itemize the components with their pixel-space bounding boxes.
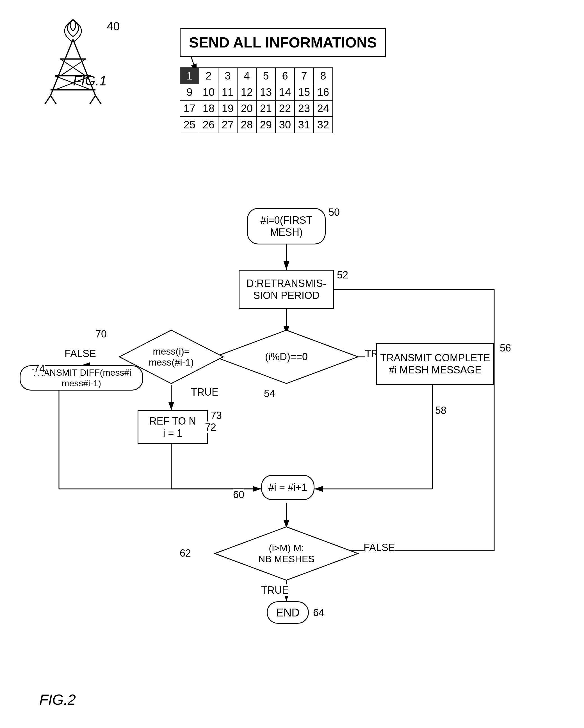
grid-cell: 29 [256,116,275,133]
label-52: 52 [337,269,348,281]
label-56: 56 [500,342,511,354]
grid-cell: 15 [295,84,314,100]
grid-cell: 7 [295,68,314,84]
label-72: 72 [205,421,216,433]
node-56: TRANSMIT COMPLETE #i MESH MESSAGE [376,343,494,385]
label-54: 54 [264,388,275,399]
grid-cell: 24 [314,100,333,116]
grid-cell: 28 [237,116,256,133]
true-label-70: TRUE [191,386,218,398]
grid-cell: 6 [275,68,295,84]
grid-cell: 20 [237,100,256,116]
label-58: 58 [435,405,446,416]
fig1-area: 40 SEND ALL INFORMATIONS 123456789101112… [17,11,550,180]
label-70: 70 [95,328,107,340]
grid-cell: 23 [295,100,314,116]
grid-cell: 17 [180,100,199,116]
grid-cell: 21 [256,100,275,116]
grid-cell: 25 [180,116,199,133]
grid-cell: 1 [180,68,199,84]
diamond-62: (i>M) M: NB MESHES [213,525,359,581]
grid-cell: 30 [275,116,295,133]
grid-cell: 12 [237,84,256,100]
label-73: 73 [211,410,222,421]
node-50: #i=0(FIRST MESH) [247,208,326,244]
grid-cell: 13 [256,84,275,100]
tower-number-label: 40 [107,20,120,33]
label-74: 74 [34,363,45,375]
false-label-62: FALSE [364,542,395,553]
grid-cell: 32 [314,116,333,133]
grid-cell: 22 [275,100,295,116]
false-label-70: FALSE [64,348,96,360]
grid-cell: 14 [275,84,295,100]
diagram-container: 40 SEND ALL INFORMATIONS 123456789101112… [0,0,584,728]
true-label-62: TRUE [261,584,289,596]
svg-line-13 [51,96,56,104]
grid-cell: 16 [314,84,333,100]
grid-cell: 18 [199,100,218,116]
grid-cell: 31 [295,116,314,133]
fig2-arrows [17,191,567,714]
fig1-label: FIG.1 [73,73,107,88]
svg-line-11 [45,96,51,104]
node-64: END [267,601,309,624]
node-60: #i = #i+1 [261,475,314,500]
grid-table: 1234567891011121314151617181920212223242… [180,68,333,133]
diamond-54: (i%D)==0 [213,329,359,385]
grid-cell: 27 [218,116,237,133]
tower-icon [34,17,112,107]
label-64: 64 [313,607,324,619]
svg-line-14 [90,96,95,104]
grid-cell: 19 [218,100,237,116]
send-all-box: SEND ALL INFORMATIONS [180,28,386,57]
grid-cell: 4 [237,68,256,84]
label-62: 62 [180,547,191,559]
fig2-label: FIG.2 [39,691,76,708]
label-60: 60 [233,489,244,501]
grid-cell: 9 [180,84,199,100]
fig2-area: #i=0(FIRST MESH) 50 D:RETRANSMIS- SION P… [17,191,567,714]
svg-line-12 [95,96,101,104]
grid-cell: 10 [199,84,218,100]
grid-cell: 3 [218,68,237,84]
grid-cell: 5 [256,68,275,84]
grid-cell: 8 [314,68,333,84]
grid-cell: 2 [199,68,218,84]
label-50: 50 [329,207,340,218]
grid-cell: 26 [199,116,218,133]
grid-cell: 11 [218,84,237,100]
node-52: D:RETRANSMIS- SION PERIOD [239,270,334,309]
node-73: REF TO N i = 1 [138,410,208,444]
